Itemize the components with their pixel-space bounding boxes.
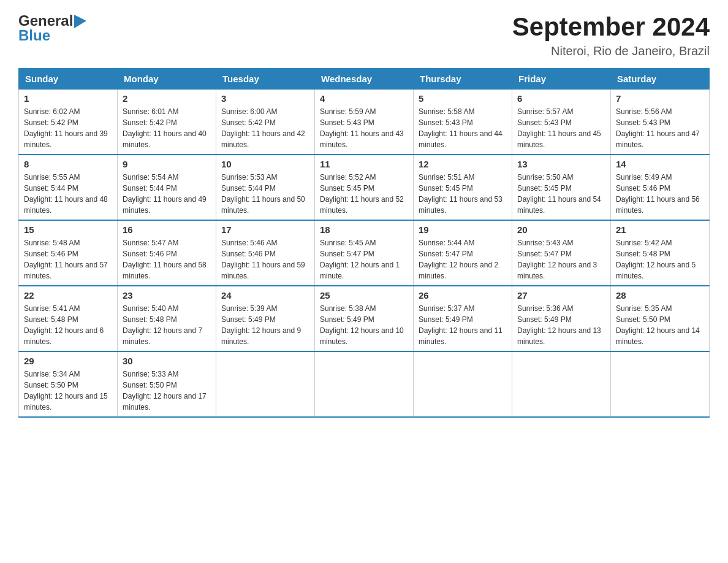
- day-number: 1: [24, 93, 112, 104]
- day-info: Sunrise: 5:48 AM Sunset: 5:46 PM Dayligh…: [24, 237, 112, 282]
- calendar-subtitle: Niteroi, Rio de Janeiro, Brazil: [512, 44, 710, 58]
- day-info: Sunrise: 5:54 AM Sunset: 5:44 PM Dayligh…: [123, 172, 211, 216]
- day-cell: 25 Sunrise: 5:38 AM Sunset: 5:49 PM Dayl…: [315, 286, 414, 351]
- day-number: 6: [517, 93, 605, 104]
- week-row-4: 22 Sunrise: 5:41 AM Sunset: 5:48 PM Dayl…: [19, 286, 710, 351]
- calendar-table: Sunday Monday Tuesday Wednesday Thursday…: [18, 68, 710, 418]
- day-number: 11: [320, 159, 408, 169]
- day-info: Sunrise: 5:40 AM Sunset: 5:48 PM Dayligh…: [123, 303, 211, 347]
- day-cell: 23 Sunrise: 5:40 AM Sunset: 5:48 PM Dayl…: [118, 286, 216, 351]
- col-thursday: Thursday: [414, 69, 512, 90]
- day-number: 4: [320, 93, 408, 104]
- logo-triangle-icon: [74, 15, 86, 28]
- day-info: Sunrise: 5:42 AM Sunset: 5:48 PM Dayligh…: [616, 237, 704, 282]
- day-cell: [216, 351, 315, 417]
- day-number: 15: [24, 224, 112, 235]
- day-info: Sunrise: 5:36 AM Sunset: 5:49 PM Dayligh…: [517, 303, 605, 347]
- day-info: Sunrise: 5:38 AM Sunset: 5:49 PM Dayligh…: [320, 303, 408, 347]
- day-info: Sunrise: 5:41 AM Sunset: 5:48 PM Dayligh…: [24, 303, 112, 347]
- day-number: 2: [123, 93, 211, 104]
- day-cell: 17 Sunrise: 5:46 AM Sunset: 5:46 PM Dayl…: [216, 220, 315, 286]
- day-cell: 1 Sunrise: 6:02 AM Sunset: 5:42 PM Dayli…: [19, 90, 118, 155]
- day-cell: 15 Sunrise: 5:48 AM Sunset: 5:46 PM Dayl…: [19, 220, 118, 286]
- week-row-2: 8 Sunrise: 5:55 AM Sunset: 5:44 PM Dayli…: [19, 155, 710, 220]
- day-info: Sunrise: 5:37 AM Sunset: 5:49 PM Dayligh…: [419, 303, 507, 347]
- day-cell: 30 Sunrise: 5:33 AM Sunset: 5:50 PM Dayl…: [118, 351, 216, 417]
- day-number: 30: [123, 356, 211, 366]
- day-cell: [611, 351, 710, 417]
- day-number: 23: [123, 290, 211, 301]
- day-cell: 27 Sunrise: 5:36 AM Sunset: 5:49 PM Dayl…: [512, 286, 611, 351]
- col-saturday: Saturday: [611, 69, 710, 90]
- day-info: Sunrise: 5:44 AM Sunset: 5:47 PM Dayligh…: [419, 237, 507, 282]
- day-info: Sunrise: 5:58 AM Sunset: 5:43 PM Dayligh…: [419, 106, 507, 150]
- day-cell: 7 Sunrise: 5:56 AM Sunset: 5:43 PM Dayli…: [611, 90, 710, 155]
- day-info: Sunrise: 5:47 AM Sunset: 5:46 PM Dayligh…: [123, 237, 211, 282]
- week-row-1: 1 Sunrise: 6:02 AM Sunset: 5:42 PM Dayli…: [19, 90, 710, 155]
- day-info: Sunrise: 6:02 AM Sunset: 5:42 PM Dayligh…: [24, 106, 112, 150]
- day-cell: 18 Sunrise: 5:45 AM Sunset: 5:47 PM Dayl…: [315, 220, 414, 286]
- day-cell: [512, 351, 611, 417]
- day-number: 12: [419, 159, 507, 169]
- day-cell: [414, 351, 512, 417]
- logo-blue-text: Blue: [18, 27, 50, 44]
- day-number: 10: [221, 159, 309, 169]
- day-info: Sunrise: 5:34 AM Sunset: 5:50 PM Dayligh…: [24, 369, 112, 413]
- day-number: 28: [616, 290, 704, 301]
- day-number: 24: [221, 290, 309, 301]
- day-info: Sunrise: 5:35 AM Sunset: 5:50 PM Dayligh…: [616, 303, 704, 347]
- day-number: 16: [123, 224, 211, 235]
- day-number: 3: [221, 93, 309, 104]
- day-cell: 6 Sunrise: 5:57 AM Sunset: 5:43 PM Dayli…: [512, 90, 611, 155]
- day-cell: 20 Sunrise: 5:43 AM Sunset: 5:47 PM Dayl…: [512, 220, 611, 286]
- day-info: Sunrise: 5:45 AM Sunset: 5:47 PM Dayligh…: [320, 237, 408, 282]
- day-number: 19: [419, 224, 507, 235]
- day-cell: 22 Sunrise: 5:41 AM Sunset: 5:48 PM Dayl…: [19, 286, 118, 351]
- day-info: Sunrise: 5:59 AM Sunset: 5:43 PM Dayligh…: [320, 106, 408, 150]
- day-cell: 11 Sunrise: 5:52 AM Sunset: 5:45 PM Dayl…: [315, 155, 414, 220]
- day-info: Sunrise: 5:51 AM Sunset: 5:45 PM Dayligh…: [419, 172, 507, 216]
- day-number: 9: [123, 159, 211, 169]
- day-info: Sunrise: 5:56 AM Sunset: 5:43 PM Dayligh…: [616, 106, 704, 150]
- col-sunday: Sunday: [19, 69, 118, 90]
- title-block: September 2024 Niteroi, Rio de Janeiro, …: [512, 12, 710, 58]
- day-cell: 5 Sunrise: 5:58 AM Sunset: 5:43 PM Dayli…: [414, 90, 512, 155]
- day-cell: 10 Sunrise: 5:53 AM Sunset: 5:44 PM Dayl…: [216, 155, 315, 220]
- day-cell: 8 Sunrise: 5:55 AM Sunset: 5:44 PM Dayli…: [19, 155, 118, 220]
- day-cell: 21 Sunrise: 5:42 AM Sunset: 5:48 PM Dayl…: [611, 220, 710, 286]
- day-info: Sunrise: 5:55 AM Sunset: 5:44 PM Dayligh…: [24, 172, 112, 216]
- day-cell: 9 Sunrise: 5:54 AM Sunset: 5:44 PM Dayli…: [118, 155, 216, 220]
- page-header: General Blue September 2024 Niteroi, Rio…: [18, 12, 710, 58]
- day-cell: 19 Sunrise: 5:44 AM Sunset: 5:47 PM Dayl…: [414, 220, 512, 286]
- day-cell: 28 Sunrise: 5:35 AM Sunset: 5:50 PM Dayl…: [611, 286, 710, 351]
- day-cell: 24 Sunrise: 5:39 AM Sunset: 5:49 PM Dayl…: [216, 286, 315, 351]
- day-number: 8: [24, 159, 112, 169]
- calendar-header-row: Sunday Monday Tuesday Wednesday Thursday…: [19, 69, 710, 90]
- day-info: Sunrise: 5:52 AM Sunset: 5:45 PM Dayligh…: [320, 172, 408, 216]
- day-info: Sunrise: 5:49 AM Sunset: 5:46 PM Dayligh…: [616, 172, 704, 216]
- day-info: Sunrise: 6:00 AM Sunset: 5:42 PM Dayligh…: [221, 106, 309, 150]
- day-cell: 4 Sunrise: 5:59 AM Sunset: 5:43 PM Dayli…: [315, 90, 414, 155]
- day-number: 29: [24, 356, 112, 366]
- day-cell: 12 Sunrise: 5:51 AM Sunset: 5:45 PM Dayl…: [414, 155, 512, 220]
- calendar-title: September 2024: [512, 12, 710, 42]
- day-number: 13: [517, 159, 605, 169]
- day-info: Sunrise: 5:46 AM Sunset: 5:46 PM Dayligh…: [221, 237, 309, 282]
- col-wednesday: Wednesday: [315, 69, 414, 90]
- day-number: 22: [24, 290, 112, 301]
- day-info: Sunrise: 5:53 AM Sunset: 5:44 PM Dayligh…: [221, 172, 309, 216]
- svg-marker-0: [74, 15, 86, 28]
- week-row-5: 29 Sunrise: 5:34 AM Sunset: 5:50 PM Dayl…: [19, 351, 710, 417]
- day-cell: 14 Sunrise: 5:49 AM Sunset: 5:46 PM Dayl…: [611, 155, 710, 220]
- day-number: 27: [517, 290, 605, 301]
- day-cell: 3 Sunrise: 6:00 AM Sunset: 5:42 PM Dayli…: [216, 90, 315, 155]
- col-tuesday: Tuesday: [216, 69, 315, 90]
- day-cell: [315, 351, 414, 417]
- logo: General Blue: [18, 12, 86, 44]
- day-cell: 16 Sunrise: 5:47 AM Sunset: 5:46 PM Dayl…: [118, 220, 216, 286]
- col-monday: Monday: [118, 69, 216, 90]
- day-number: 18: [320, 224, 408, 235]
- day-info: Sunrise: 5:33 AM Sunset: 5:50 PM Dayligh…: [123, 369, 211, 413]
- day-number: 17: [221, 224, 309, 235]
- day-info: Sunrise: 5:43 AM Sunset: 5:47 PM Dayligh…: [517, 237, 605, 282]
